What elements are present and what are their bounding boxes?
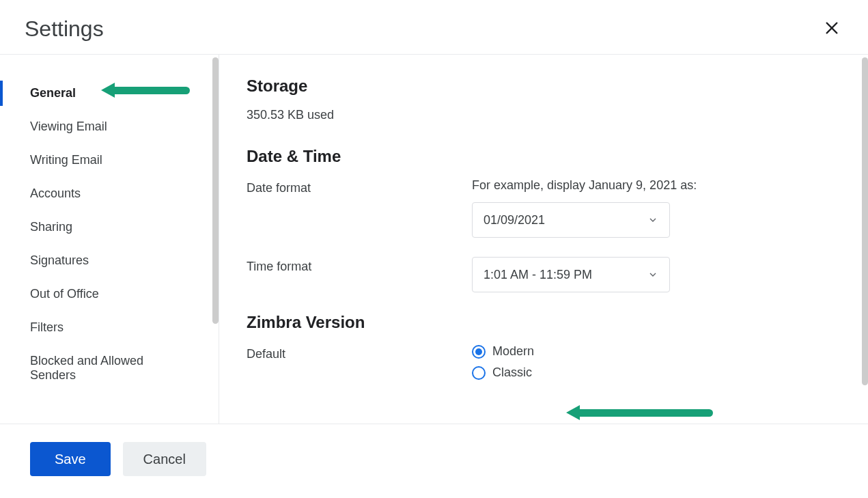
sidebar-item-label: Blocked and Allowed Senders: [30, 354, 143, 382]
save-button[interactable]: Save: [30, 442, 111, 476]
page-title: Settings: [25, 16, 104, 42]
sidebar-item-label: Filters: [30, 320, 64, 334]
time-format-select[interactable]: 1:01 AM - 11:59 PM: [472, 257, 670, 292]
version-heading: Zimbra Version: [247, 313, 841, 332]
settings-header: Settings: [0, 0, 868, 55]
sidebar-item-viewing-email[interactable]: Viewing Email: [0, 110, 219, 143]
storage-used-text: 350.53 KB used: [247, 108, 841, 122]
time-format-value: 1:01 AM - 11:59 PM: [484, 268, 592, 282]
version-label: Default: [247, 344, 472, 361]
date-format-value: 01/09/2021: [484, 213, 545, 227]
sidebar-item-general[interactable]: General: [0, 77, 219, 110]
time-format-row: Time format 1:01 AM - 11:59 PM: [247, 257, 841, 292]
version-row: Default Modern Classic: [247, 344, 841, 387]
radio-label: Modern: [492, 344, 534, 359]
sidebar-item-label: Out of Office: [30, 287, 99, 301]
sidebar-item-sharing[interactable]: Sharing: [0, 210, 219, 244]
storage-heading: Storage: [247, 77, 841, 96]
radio-icon: [472, 345, 486, 359]
settings-content: Storage 350.53 KB used Date & Time Date …: [219, 55, 868, 424]
date-format-row: Date format For example, display January…: [247, 178, 841, 238]
sidebar-item-accounts[interactable]: Accounts: [0, 177, 219, 210]
datetime-heading: Date & Time: [247, 147, 841, 166]
cancel-button[interactable]: Cancel: [123, 442, 206, 476]
sidebar-item-label: Writing Email: [30, 153, 102, 167]
chevron-down-icon: [647, 215, 658, 225]
sidebar-item-label: Signatures: [30, 253, 89, 267]
sidebar-item-writing-email[interactable]: Writing Email: [0, 143, 219, 177]
sidebar-item-blocked-allowed-senders[interactable]: Blocked and Allowed Senders: [0, 344, 219, 392]
settings-sidebar: General Viewing Email Writing Email Acco…: [0, 55, 219, 424]
date-format-select[interactable]: 01/09/2021: [472, 202, 670, 238]
sidebar-item-out-of-office[interactable]: Out of Office: [0, 277, 219, 311]
close-button[interactable]: [820, 16, 843, 42]
time-format-label: Time format: [247, 257, 472, 274]
annotation-arrow: [566, 405, 713, 420]
settings-footer: Save Cancel: [0, 424, 868, 494]
sidebar-item-label: Accounts: [30, 186, 81, 200]
date-format-label: Date format: [247, 178, 472, 195]
radio-label: Classic: [492, 365, 532, 380]
radio-icon: [472, 366, 486, 380]
chevron-down-icon: [647, 269, 658, 280]
sidebar-item-filters[interactable]: Filters: [0, 311, 219, 344]
sidebar-item-label: Sharing: [30, 220, 72, 234]
radio-classic[interactable]: Classic: [472, 365, 841, 380]
radio-modern[interactable]: Modern: [472, 344, 841, 359]
settings-body: General Viewing Email Writing Email Acco…: [0, 55, 868, 424]
close-icon: [824, 20, 839, 38]
date-format-helper: For example, display January 9, 2021 as:: [472, 178, 841, 193]
sidebar-item-label: General: [30, 86, 76, 100]
sidebar-item-label: Viewing Email: [30, 120, 107, 133]
sidebar-item-signatures[interactable]: Signatures: [0, 244, 219, 277]
